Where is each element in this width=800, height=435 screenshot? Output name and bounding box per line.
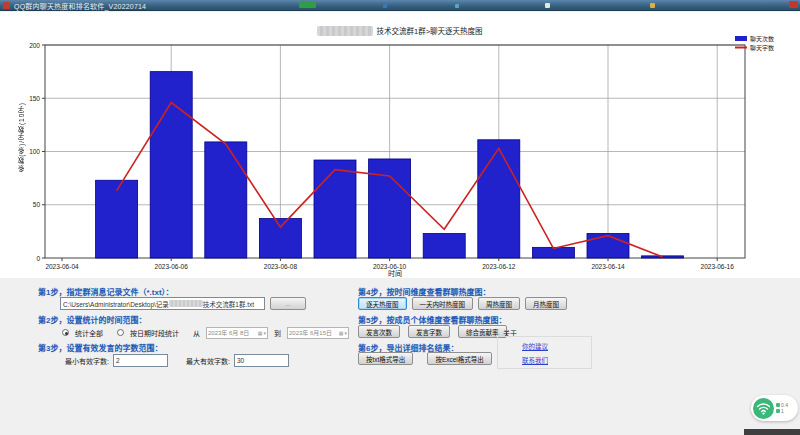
calendar-icon: ▦ (339, 330, 344, 336)
date-to-picker[interactable]: 2023年 6月15日 ▦ ▾ (287, 327, 349, 339)
max-words-label: 最大有效字数: (186, 356, 230, 366)
step5-label: 第5步，按成员个体维度查看群聊热度图： (358, 314, 506, 325)
suggestion-link[interactable]: 你的建议 (522, 341, 548, 351)
step3-label: 第3步，设置有效发言的字数范围： (38, 342, 162, 353)
svg-text:200: 200 (29, 42, 40, 49)
word-count-button[interactable]: 发言字数 (408, 325, 450, 338)
step2-label: 第2步，设置统计的时间范围： (38, 314, 146, 325)
app-window: QQ群内聊天热度和排名软件_V20220714 技术交流群1群>聊天逐天热度图 … (0, 0, 800, 435)
contact-link[interactable]: 联系我们 (522, 355, 548, 365)
step1-label: 第1步，指定群消息记录文件（*.txt）： (38, 286, 174, 297)
weekly-heatmap-button[interactable]: 周热度图 (478, 297, 520, 310)
download-icon (776, 409, 780, 413)
titlebar-speck (545, 3, 550, 8)
daily-heatmap-button[interactable]: 逐天热度图 (358, 297, 407, 310)
upload-speed: 0.4 (781, 403, 788, 408)
monthly-heatmap-button[interactable]: 月热度图 (525, 297, 567, 310)
svg-text:150: 150 (29, 95, 40, 102)
about-box: 你的建议 联系我们 (497, 336, 592, 369)
svg-text:100: 100 (29, 148, 40, 155)
wifi-icon (753, 398, 774, 419)
titlebar-speck (455, 4, 459, 8)
file-path-input[interactable]: C:\Users\Administrator\Desktop\记录技术交流群1群… (60, 297, 265, 310)
export-txt-button[interactable]: 按txt格式导出 (358, 352, 413, 365)
x-axis-label: 时间 (0, 268, 790, 278)
titlebar-speck (650, 3, 655, 8)
svg-text:聊天次数: 聊天次数 (750, 35, 774, 43)
app-icon (3, 2, 10, 9)
radio-stat-all[interactable] (62, 329, 69, 336)
max-words-input[interactable] (234, 354, 289, 367)
svg-text:聊天字数: 聊天字数 (750, 44, 774, 52)
svg-text:0: 0 (36, 255, 40, 262)
taskbar-corner (744, 429, 800, 435)
date-from-picker[interactable]: 2023年 6月 8日 ▦ ▾ (206, 327, 268, 339)
min-words-input[interactable] (113, 354, 168, 367)
network-speed-widget[interactable]: 0.4 1 (751, 395, 798, 421)
svg-text:50: 50 (33, 201, 41, 208)
radio-stat-all-label: 统计全部 (75, 328, 103, 338)
radio-stat-range[interactable] (117, 329, 124, 336)
chart-panel: 技术交流群1群>聊天逐天热度图 条数(条)/字数(10字) 0501001502… (0, 12, 800, 278)
titlebar-speck (299, 2, 316, 8)
calendar-icon: ▦ (258, 330, 263, 336)
chevron-down-icon: ▾ (344, 330, 347, 336)
browse-button[interactable]: ... (270, 297, 306, 310)
radio-stat-range-label: 按日期时段统计 (130, 328, 179, 338)
heat-chart: 0501001502002023-06-042023-06-062023-06-… (8, 24, 792, 278)
upload-icon (776, 403, 780, 407)
chevron-down-icon: ▾ (263, 330, 266, 336)
export-excel-button[interactable]: 按Excel格式导出 (427, 352, 491, 365)
title-bar: QQ群内聊天热度和排名软件_V20220714 (0, 0, 800, 11)
titlebar-speck (383, 4, 387, 8)
download-speed: 1 (781, 409, 784, 414)
from-label: 从 (193, 328, 200, 338)
min-words-label: 最小有效字数: (65, 356, 109, 366)
step4-label: 第4步，按时间维度查看群聊热度图： (358, 286, 490, 297)
window-title: QQ群内聊天热度和排名软件_V20220714 (14, 1, 146, 11)
message-count-button[interactable]: 发言次数 (358, 325, 400, 338)
censored-path-segment (169, 300, 203, 307)
intraday-heatmap-button[interactable]: 一天内时热度图 (412, 297, 474, 310)
close-button[interactable] (789, 1, 798, 8)
to-label: 到 (274, 328, 281, 338)
